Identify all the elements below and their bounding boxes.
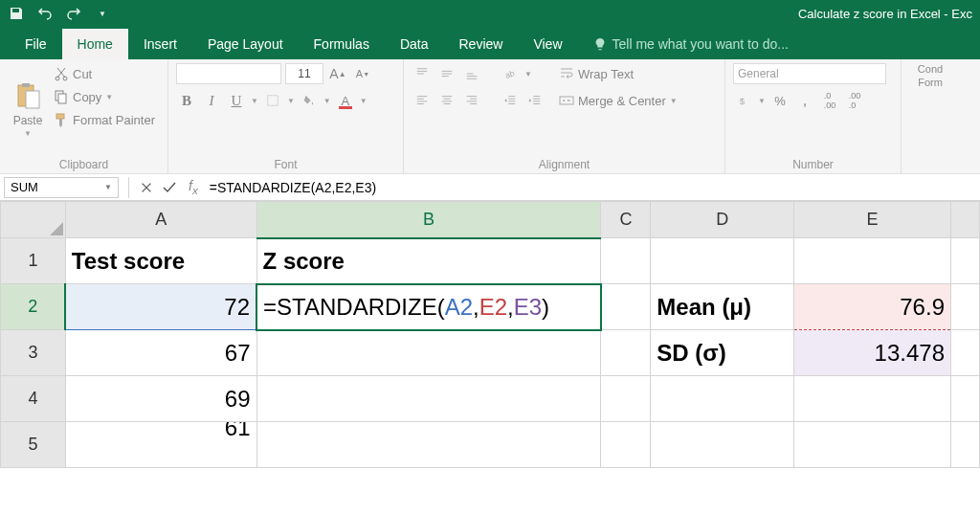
italic-button[interactable]: I (201, 90, 222, 111)
name-box[interactable]: SUM ▼ (4, 177, 119, 198)
cell-f2[interactable] (950, 284, 979, 330)
align-left-icon[interactable] (412, 90, 433, 111)
fill-color-icon[interactable] (299, 90, 320, 111)
customize-qat-icon[interactable]: ▼ (94, 5, 111, 22)
cell-f4[interactable] (950, 376, 979, 422)
decrease-decimal-icon[interactable]: .00.0 (844, 90, 865, 111)
cell-b4[interactable] (256, 376, 601, 422)
increase-decimal-icon[interactable]: .0.00 (819, 90, 840, 111)
column-header-c[interactable]: C (601, 202, 651, 238)
merge-icon (559, 93, 574, 108)
align-middle-icon[interactable] (436, 63, 457, 84)
number-format-select[interactable] (733, 63, 886, 84)
chevron-down-icon[interactable]: ▼ (524, 70, 532, 78)
percent-icon[interactable]: % (769, 90, 791, 111)
tab-review[interactable]: Review (444, 29, 519, 59)
formula-input[interactable]: =STANDARDIZE(A2,E2,E3) (206, 180, 980, 195)
tab-insert[interactable]: Insert (128, 29, 192, 59)
column-header-b[interactable]: B (256, 202, 601, 238)
cell-f3[interactable] (950, 330, 979, 376)
comma-icon[interactable]: , (794, 90, 815, 111)
chevron-down-icon[interactable]: ▼ (758, 97, 766, 105)
column-header-cut[interactable] (950, 202, 979, 238)
undo-icon[interactable] (36, 5, 54, 22)
currency-icon[interactable]: $ (733, 90, 754, 111)
cell-c3[interactable] (601, 330, 651, 376)
tab-page-layout[interactable]: Page Layout (192, 29, 299, 59)
column-header-a[interactable]: A (65, 202, 256, 238)
cell-e4[interactable] (794, 376, 951, 422)
cell-c4[interactable] (601, 376, 651, 422)
cell-a3[interactable]: 67 (65, 330, 256, 376)
save-icon[interactable] (8, 5, 25, 22)
align-bottom-icon[interactable] (461, 63, 482, 84)
select-all-corner[interactable] (1, 202, 66, 238)
enter-formula-button[interactable] (158, 176, 181, 199)
cell-b5[interactable] (256, 422, 601, 468)
row-header-3[interactable]: 3 (1, 330, 66, 376)
align-center-icon[interactable] (436, 90, 457, 111)
wrap-text-button[interactable]: Wrap Text (559, 63, 678, 84)
tab-data[interactable]: Data (385, 29, 444, 59)
underline-button[interactable]: U (226, 90, 247, 111)
cell-e2[interactable]: 76.9 (794, 284, 951, 330)
fx-icon[interactable]: fx (189, 178, 198, 196)
tab-formulas[interactable]: Formulas (299, 29, 385, 59)
redo-icon[interactable] (65, 5, 82, 22)
cell-d4[interactable] (651, 376, 794, 422)
cell-b3[interactable] (256, 330, 601, 376)
font-size-select[interactable] (285, 63, 323, 84)
chevron-down-icon[interactable]: ▼ (323, 97, 331, 105)
cell-f1[interactable] (950, 238, 979, 284)
copy-button[interactable]: Copy ▼ (54, 86, 155, 107)
increase-font-icon[interactable]: A▲ (327, 63, 348, 84)
merge-center-button[interactable]: Merge & Center ▼ (559, 90, 678, 111)
chevron-down-icon[interactable]: ▼ (287, 97, 295, 105)
font-name-select[interactable] (176, 63, 281, 84)
tab-home[interactable]: Home (62, 29, 128, 59)
row-header-4[interactable]: 4 (1, 376, 66, 422)
tab-file[interactable]: File (10, 29, 62, 59)
format-painter-button[interactable]: Format Painter (54, 109, 155, 130)
cell-d2[interactable]: Mean (μ) (651, 284, 794, 330)
chevron-down-icon[interactable]: ▼ (251, 97, 258, 105)
row-header-2[interactable]: 2 (1, 284, 66, 330)
cell-d1[interactable] (651, 238, 794, 284)
conditional-formatting-button[interactable]: Cond Form (909, 63, 951, 88)
cell-a5[interactable]: 61 (65, 422, 256, 468)
decrease-font-icon[interactable]: A▼ (352, 63, 373, 84)
row-header-5[interactable]: 5 (1, 422, 66, 468)
tell-me-search[interactable]: Tell me what you want to do... (578, 29, 804, 59)
row-header-1[interactable]: 1 (1, 238, 66, 284)
cell-b1[interactable]: Z score (256, 238, 601, 284)
bold-button[interactable]: B (176, 90, 197, 111)
column-header-e[interactable]: E (794, 202, 951, 238)
orientation-icon[interactable]: ab (500, 63, 521, 84)
cell-a2[interactable]: 72 (65, 284, 256, 330)
cell-b2-editing[interactable]: =STANDARDIZE(A2,E2,E3) (256, 284, 601, 330)
chevron-down-icon[interactable]: ▼ (360, 97, 368, 105)
borders-icon[interactable] (262, 90, 283, 111)
cell-e3[interactable]: 13.478 (794, 330, 951, 376)
cell-c2[interactable] (601, 284, 651, 330)
cell-d3[interactable]: SD (σ) (651, 330, 794, 376)
spreadsheet-grid: A B C D E 1 Test score Z score 2 72 =STA… (0, 201, 980, 468)
cell-f5[interactable] (950, 422, 979, 468)
increase-indent-icon[interactable] (524, 90, 546, 111)
decrease-indent-icon[interactable] (500, 90, 521, 111)
font-color-icon[interactable]: A (335, 90, 356, 111)
tab-view[interactable]: View (518, 29, 577, 59)
cell-e1[interactable] (794, 238, 951, 284)
align-top-icon[interactable] (412, 63, 433, 84)
cell-c1[interactable] (601, 238, 651, 284)
cancel-formula-button[interactable] (135, 176, 158, 199)
cell-a1[interactable]: Test score (65, 238, 256, 284)
align-right-icon[interactable] (461, 90, 482, 111)
paste-button[interactable]: Paste ▼ (8, 63, 48, 156)
column-header-d[interactable]: D (651, 202, 794, 238)
cut-button[interactable]: Cut (54, 63, 155, 84)
cell-a4[interactable]: 69 (65, 376, 256, 422)
cell-c5[interactable] (601, 422, 651, 468)
cell-d5[interactable] (651, 422, 794, 468)
cell-e5[interactable] (794, 422, 951, 468)
